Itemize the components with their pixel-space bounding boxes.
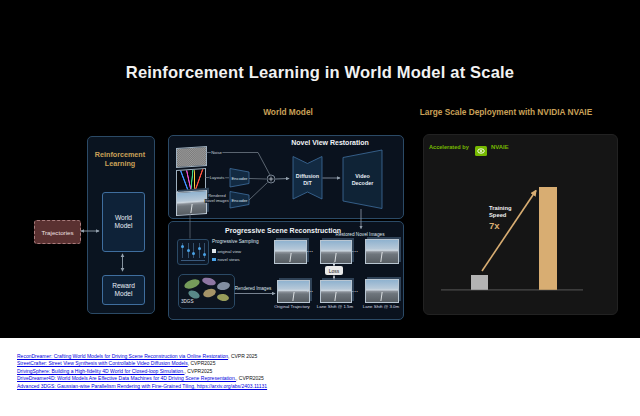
progressive-sampling-label: Progressive Sampling <box>212 239 259 244</box>
noise-thumbnail <box>176 146 207 168</box>
restored-image-2 <box>320 240 352 264</box>
citation-list: ReconDreamer: Crafting World Models for … <box>17 353 267 390</box>
training-speed-line2: Speed <box>489 212 512 219</box>
trajectories-label: Trajectories <box>41 229 73 236</box>
trajectories-node: Trajectories <box>34 220 81 244</box>
psr-title: Progressive Scene Reconstruction <box>225 227 341 234</box>
citation-link-4[interactable]: DriveDreamer4D: World Models Are Effecti… <box>17 375 236 381</box>
reward-model-label: Reward Model <box>109 282 139 298</box>
slider-axis <box>181 260 205 261</box>
gaussians-label: 3DGS <box>181 299 194 304</box>
rendered-image-2 <box>320 280 352 303</box>
ellipsis: ... <box>352 247 359 253</box>
loss-label: Loss <box>329 268 340 274</box>
gaussian-ellipse <box>217 293 230 302</box>
citation-suffix-4: , CVPR2025 <box>236 375 264 381</box>
legend-original-label: original view <box>218 249 242 254</box>
column-label-original-trajectory: Original Trajectory <box>274 304 310 309</box>
citation-line: ReconDreamer: Crafting World Models for … <box>17 353 267 360</box>
rendered-image-1 <box>277 280 310 303</box>
training-speed-line1: Training <box>489 205 512 212</box>
layouts-thumbnail <box>176 168 206 192</box>
nvr-title: Novel View Restoration <box>291 139 369 146</box>
restored-image-3 <box>365 239 399 264</box>
slider-track <box>193 243 194 258</box>
citation-link-2[interactable]: StreetCrafter: Street View Synthesis wit… <box>17 360 188 366</box>
ellipsis: ... <box>307 247 314 253</box>
citation-line: StreetCrafter: Street View Synthesis wit… <box>17 360 267 367</box>
legend-original-swatch <box>212 249 216 253</box>
citation-suffix-1: , CVPR 2025 <box>228 353 257 359</box>
slider-knob <box>192 252 195 255</box>
citation-strip: ReconDreamer: Crafting World Models for … <box>0 338 640 416</box>
citation-line: Advanced 3DGS: Gaussian-wise Parallelism… <box>17 383 267 390</box>
column-label-lane-shift-1-5: Lane Shift @ 1.5m <box>317 304 353 309</box>
slider-track <box>199 243 200 258</box>
nvaie-panel <box>423 134 618 315</box>
gaussian-ellipse <box>216 281 230 291</box>
citation-link-3[interactable]: DrivingSphere: Building a High-fidelity … <box>17 368 185 374</box>
section-header-deployment: Large Scale Deployment with NVIDIA NVAIE <box>420 107 592 117</box>
training-speed-label: Training Speed <box>489 205 512 218</box>
legend-novel-views: novel views <box>212 257 240 262</box>
ellipsis: ... <box>352 287 359 293</box>
rendered-image-3 <box>365 279 399 303</box>
rl-panel-title: Reinforcement Learning <box>88 151 152 168</box>
slider-knob <box>203 253 206 256</box>
citation-suffix-3: , CVPR2025 <box>185 368 213 374</box>
citation-line: DrivingSphere: Building a High-fidelity … <box>17 368 267 375</box>
slide-background: Reinforcement Learning in World Model at… <box>0 0 640 338</box>
legend-novel-swatch <box>212 258 216 262</box>
gaussian-ellipse <box>183 278 201 291</box>
progressive-sampling-widget <box>177 239 209 265</box>
column-label-lane-shift-3-0: Lane Shift @ 3.0m <box>363 304 399 309</box>
accelerated-by-label: Accelerated by <box>429 144 469 150</box>
citation-line: DriveDreamer4D: World Models Are Effecti… <box>17 375 267 382</box>
gaussian-ellipse <box>201 276 216 286</box>
ellipsis: ... <box>307 287 314 293</box>
nvidia-logo-icon <box>475 142 487 160</box>
citation-link-5[interactable]: Advanced 3DGS: Gaussian-wise Parallelism… <box>17 383 267 389</box>
slider-knob <box>187 249 190 252</box>
nvaie-brand-label: NVAIE <box>491 144 509 150</box>
section-header-world-model: World Model <box>263 107 313 117</box>
multiplier-label: 7x <box>489 220 500 231</box>
legend-novel-label: novel views <box>218 257 240 262</box>
slider-knob <box>198 247 201 250</box>
gaussian-ellipse <box>202 287 217 299</box>
rendered-novel-image-thumbnail <box>176 190 207 216</box>
slider-knob <box>181 245 184 248</box>
screenshot-canvas: Reinforcement Learning in World Model at… <box>0 0 640 416</box>
world-model-node: World Model <box>102 192 145 252</box>
loss-node: Loss <box>325 266 343 275</box>
citation-suffix-2: , CVPR2025 <box>188 360 216 366</box>
restored-image-1 <box>274 240 307 264</box>
legend-original-view: original view <box>212 249 241 254</box>
world-model-label: World Model <box>109 214 139 230</box>
slide-title: Reinforcement Learning in World Model at… <box>0 63 640 82</box>
citation-link-1[interactable]: ReconDreamer: Crafting World Models for … <box>17 353 228 359</box>
reward-model-node: Reward Model <box>102 275 145 305</box>
